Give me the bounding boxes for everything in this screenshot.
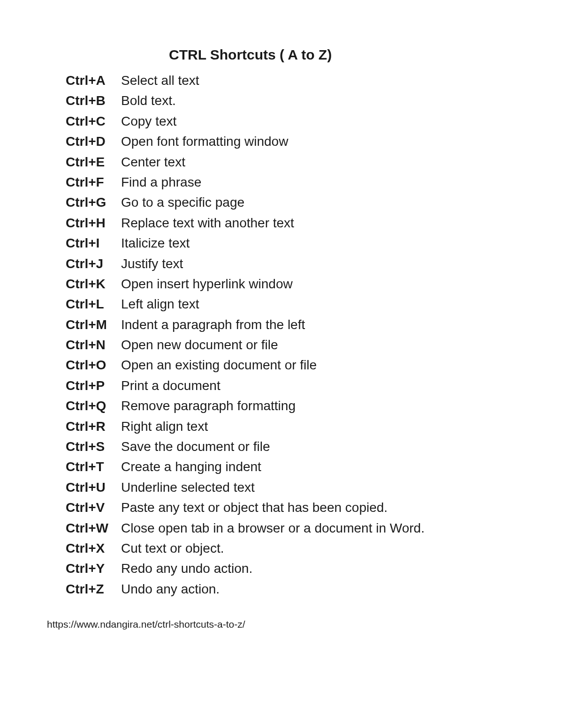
shortcut-row: Ctrl+QRemove paragraph formatting: [66, 396, 516, 416]
shortcut-description: Right align text: [121, 416, 516, 436]
shortcut-key: Ctrl+I: [66, 233, 121, 253]
shortcut-row: Ctrl+BBold text.: [66, 90, 516, 111]
shortcut-row: Ctrl+LLeft align text: [66, 294, 516, 314]
shortcut-description: Copy text: [121, 111, 516, 131]
shortcut-key: Ctrl+R: [66, 416, 121, 436]
shortcut-description: Paste any text or object that has been c…: [121, 497, 516, 518]
shortcut-key: Ctrl+Q: [66, 396, 121, 416]
shortcut-key: Ctrl+M: [66, 315, 121, 335]
shortcut-key: Ctrl+Y: [66, 558, 121, 578]
shortcut-row: Ctrl+ZUndo any action.: [66, 579, 516, 599]
shortcut-description: Cut text or object.: [121, 538, 516, 558]
shortcut-key: Ctrl+N: [66, 335, 121, 355]
shortcut-description: Undo any action.: [121, 579, 516, 599]
shortcut-key: Ctrl+K: [66, 274, 121, 294]
shortcut-description: Bold text.: [121, 90, 516, 111]
shortcut-description: Justify text: [121, 254, 516, 274]
shortcut-row: Ctrl+WClose open tab in a browser or a d…: [66, 518, 516, 538]
shortcut-key: Ctrl+U: [66, 477, 121, 497]
shortcut-row: Ctrl+Y Redo any undo action.: [66, 558, 516, 578]
shortcut-key: Ctrl+E: [66, 152, 121, 172]
shortcut-key: Ctrl+O: [66, 355, 121, 375]
shortcut-key: Ctrl+V: [66, 497, 121, 518]
shortcut-row: Ctrl+HReplace text with another text: [66, 213, 516, 233]
shortcut-row: Ctrl+RRight align text: [66, 416, 516, 436]
shortcut-key: Ctrl+W: [66, 518, 121, 538]
shortcut-list: Ctrl+ASelect all textCtrl+BBold text.Ctr…: [66, 70, 516, 599]
shortcut-row: Ctrl+VPaste any text or object that has …: [66, 497, 516, 518]
shortcut-row: Ctrl+OOpen an existing document or file: [66, 355, 516, 375]
shortcut-description: Remove paragraph formatting: [121, 396, 516, 416]
shortcut-key: Ctrl+X: [66, 538, 121, 558]
shortcut-description: Open font formatting window: [121, 131, 516, 151]
shortcut-key: Ctrl+H: [66, 213, 121, 233]
shortcut-row: Ctrl+NOpen new document or file: [66, 335, 516, 355]
shortcut-key: Ctrl+D: [66, 131, 121, 151]
shortcut-row: Ctrl+JJustify text: [66, 254, 516, 274]
shortcut-row: Ctrl+UUnderline selected text: [66, 477, 516, 497]
shortcut-row: Ctrl+GGo to a specific page: [66, 192, 516, 212]
shortcut-key: Ctrl+J: [66, 254, 121, 274]
shortcut-description: Go to a specific page: [121, 192, 516, 212]
shortcut-row: Ctrl+ASelect all text: [66, 70, 516, 90]
shortcut-row: Ctrl+CCopy text: [66, 111, 516, 131]
shortcut-key: Ctrl+G: [66, 192, 121, 212]
shortcut-description: Open an existing document or file: [121, 355, 516, 375]
shortcut-key: Ctrl+B: [66, 90, 121, 111]
shortcut-description: Select all text: [121, 70, 516, 90]
shortcut-row: Ctrl+DOpen font formatting window: [66, 131, 516, 151]
shortcut-description: Open insert hyperlink window: [121, 274, 516, 294]
shortcut-row: Ctrl+XCut text or object.: [66, 538, 516, 558]
shortcut-key: Ctrl+A: [66, 70, 121, 90]
shortcut-key: Ctrl+C: [66, 111, 121, 131]
shortcut-row: Ctrl+KOpen insert hyperlink window: [66, 274, 516, 294]
shortcut-row: Ctrl+IItalicize text: [66, 233, 516, 253]
shortcut-description: Open new document or file: [121, 335, 516, 355]
shortcut-description: Indent a paragraph from the left: [121, 315, 516, 335]
shortcut-key: Ctrl+Z: [66, 579, 121, 599]
shortcut-description: Find a phrase: [121, 172, 516, 192]
shortcut-row: Ctrl+ECenter text: [66, 152, 516, 172]
page-title: CTRL Shortcuts ( A to Z): [66, 47, 516, 63]
shortcut-row: Ctrl+MIndent a paragraph from the left: [66, 315, 516, 335]
shortcut-key: Ctrl+T: [66, 457, 121, 477]
shortcut-description: Underline selected text: [121, 477, 516, 497]
shortcut-description: Replace text with another text: [121, 213, 516, 233]
shortcut-key: Ctrl+P: [66, 375, 121, 396]
shortcut-description: Italicize text: [121, 233, 516, 253]
shortcut-row: Ctrl+SSave the document or file: [66, 436, 516, 457]
shortcut-row: Ctrl+TCreate a hanging indent: [66, 457, 516, 477]
shortcut-description: Save the document or file: [121, 436, 516, 457]
footer-url: https://www.ndangira.net/ctrl-shortcuts-…: [47, 619, 516, 630]
shortcut-row: Ctrl+FFind a phrase: [66, 172, 516, 192]
shortcut-key: Ctrl+S: [66, 436, 121, 457]
shortcut-description: Redo any undo action.: [121, 558, 516, 578]
shortcut-key: Ctrl+L: [66, 294, 121, 314]
shortcut-row: Ctrl+PPrint a document: [66, 375, 516, 396]
shortcut-description: Create a hanging indent: [121, 457, 516, 477]
shortcut-description: Left align text: [121, 294, 516, 314]
shortcut-description: Print a document: [121, 375, 516, 396]
shortcut-key: Ctrl+F: [66, 172, 121, 192]
shortcut-description: Close open tab in a browser or a documen…: [121, 518, 516, 538]
shortcut-description: Center text: [121, 152, 516, 172]
